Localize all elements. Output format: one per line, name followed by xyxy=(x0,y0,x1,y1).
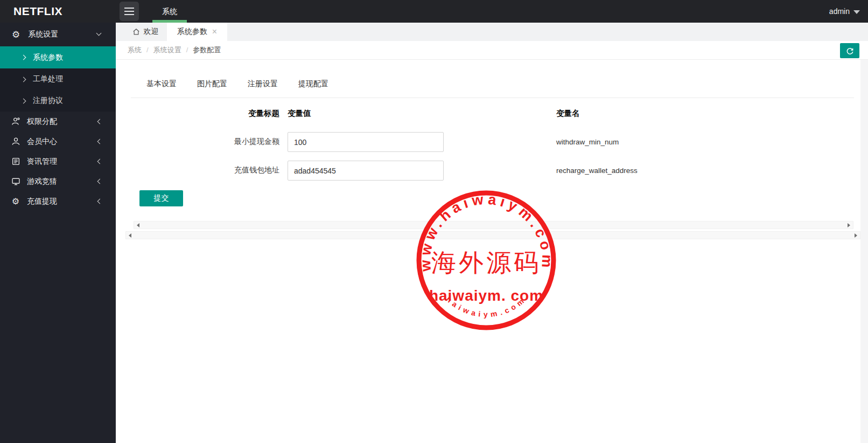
variable-name: recharge_wallet_address xyxy=(556,167,638,175)
tab-register-settings[interactable]: 注册设置 xyxy=(248,79,278,89)
home-icon xyxy=(132,28,140,36)
sidebar-item-label: 资讯管理 xyxy=(27,157,57,167)
chevron-left-icon xyxy=(97,179,103,184)
chevron-left-icon xyxy=(97,119,103,124)
sidebar-submenu: 系统参数 工单处理 注册协议 xyxy=(0,46,116,112)
tab-image-config[interactable]: 图片配置 xyxy=(197,79,227,89)
column-header-title: 变量标题 xyxy=(180,108,279,119)
sidebar-item-label: 权限分配 xyxy=(27,117,57,127)
scroll-left-arrow-icon[interactable] xyxy=(137,223,139,227)
breadcrumb-item[interactable]: 系统设置 xyxy=(153,46,181,54)
user-plus-icon xyxy=(11,117,20,127)
chevron-left-icon xyxy=(97,139,103,144)
recharge-wallet-input[interactable] xyxy=(288,161,444,181)
hamburger-icon xyxy=(124,8,134,9)
news-icon xyxy=(11,157,20,167)
main-content: 基本设置 图片配置 注册设置 提现配置 变量标题 变量值 变量名 最小提现金额 … xyxy=(116,60,868,443)
breadcrumb-separator: / xyxy=(146,46,149,54)
scroll-right-arrow-icon[interactable] xyxy=(855,233,857,238)
sidebar-subitem-label: 系统参数 xyxy=(33,53,63,63)
refresh-icon xyxy=(846,47,854,55)
sidebar-item-label: 充值提现 xyxy=(27,197,57,206)
right-gutter xyxy=(860,60,868,443)
tab-label: 欢迎 xyxy=(144,27,159,37)
tab-withdraw-config[interactable]: 提现配置 xyxy=(298,79,328,89)
brand-logo: NETFLIX xyxy=(13,0,62,23)
top-header: NETFLIX 系统 admin xyxy=(0,0,868,23)
topnav-item-system[interactable]: 系统 xyxy=(149,0,190,23)
sidebar-item-game-quiz[interactable]: 游戏竞猜 xyxy=(0,171,116,191)
user-icon xyxy=(11,137,20,147)
sidebar-subitem-label: 工单处理 xyxy=(33,74,63,84)
breadcrumb: 系统/系统设置/参数配置 xyxy=(128,41,221,59)
chevron-down-icon xyxy=(96,31,102,36)
chevron-right-icon xyxy=(21,77,26,82)
tab-welcome[interactable]: 欢迎 xyxy=(124,23,167,41)
sidebar-subitem-label: 注册协议 xyxy=(33,96,63,106)
scroll-right-arrow-icon[interactable] xyxy=(848,223,850,227)
breadcrumb-bar: 系统/系统设置/参数配置 xyxy=(116,41,868,60)
close-icon[interactable]: × xyxy=(212,27,217,36)
submit-button[interactable]: 提交 xyxy=(139,190,183,206)
sidebar-toggle-button[interactable] xyxy=(120,2,139,21)
breadcrumb-separator: / xyxy=(186,46,188,54)
variable-name: withdraw_min_num xyxy=(556,138,619,146)
tab-basic-settings[interactable]: 基本设置 xyxy=(146,79,177,89)
gear-icon: ⚙ xyxy=(11,197,20,206)
sidebar-item-label: 会员中心 xyxy=(27,137,57,147)
divider xyxy=(131,98,854,98)
chevron-right-icon xyxy=(21,55,26,60)
sidebar-item-label: 游戏竞猜 xyxy=(27,177,57,186)
gear-icon: ⚙ xyxy=(12,30,20,39)
field-label-recharge-wallet: 充值钱包地址 xyxy=(180,165,279,175)
chevron-left-icon xyxy=(97,199,103,204)
user-menu[interactable]: admin xyxy=(829,0,850,23)
tab-system-params[interactable]: 系统参数 × xyxy=(167,23,227,41)
chevron-left-icon xyxy=(97,159,103,164)
chevron-right-icon xyxy=(21,98,26,103)
sidebar-item-label: 系统设置 xyxy=(28,30,58,39)
chevron-down-icon xyxy=(853,10,860,14)
horizontal-scrollbar-outer[interactable] xyxy=(125,231,860,239)
monitor-icon xyxy=(11,177,20,186)
admin-app: NETFLIX 系统 admin ⚙ 系统设置 系统参数 工单处理 xyxy=(0,0,868,443)
sidebar-subitem-work-orders[interactable]: 工单处理 xyxy=(0,68,116,90)
sidebar-item-permissions[interactable]: 权限分配 xyxy=(0,112,116,131)
page-tab-bar: 欢迎 系统参数 × xyxy=(116,23,868,41)
sidebar-item-recharge-withdraw[interactable]: ⚙ 充值提现 xyxy=(0,191,116,211)
tab-label: 系统参数 xyxy=(177,27,207,37)
refresh-button[interactable] xyxy=(840,43,859,58)
sidebar-item-news[interactable]: 资讯管理 xyxy=(0,151,116,171)
breadcrumb-current: 参数配置 xyxy=(193,46,221,54)
field-label-min-withdraw: 最小提现金额 xyxy=(180,137,279,147)
sidebar-subitem-register-agreement[interactable]: 注册协议 xyxy=(0,90,116,112)
horizontal-scrollbar-inner[interactable] xyxy=(134,221,853,229)
breadcrumb-item[interactable]: 系统 xyxy=(128,46,142,54)
min-withdraw-input[interactable] xyxy=(288,132,444,152)
column-header-name: 变量名 xyxy=(556,108,580,119)
sidebar: ⚙ 系统设置 系统参数 工单处理 注册协议 权限 xyxy=(0,23,116,443)
sidebar-subitem-system-params[interactable]: 系统参数 xyxy=(0,46,116,68)
sidebar-item-members[interactable]: 会员中心 xyxy=(0,131,116,151)
scroll-left-arrow-icon[interactable] xyxy=(129,233,131,238)
settings-tabs: 基本设置 图片配置 注册设置 提现配置 xyxy=(146,79,328,89)
column-header-value: 变量值 xyxy=(288,108,311,119)
topnav-active-indicator xyxy=(152,20,187,23)
sidebar-item-system-settings[interactable]: ⚙ 系统设置 xyxy=(0,23,116,46)
